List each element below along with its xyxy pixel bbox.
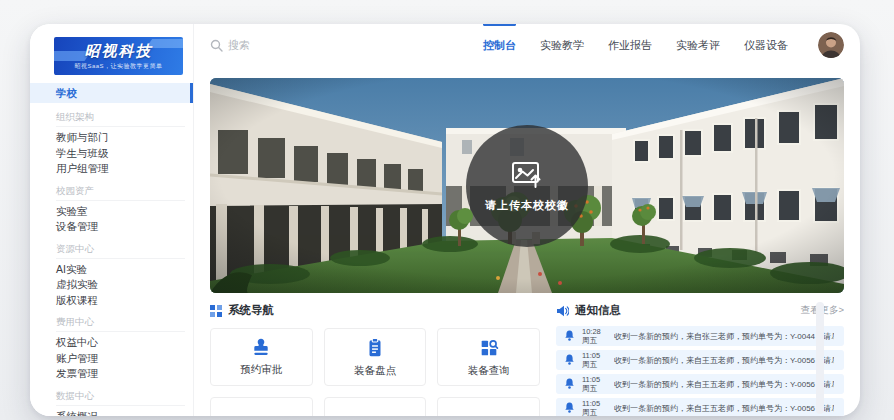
stamp-icon	[250, 337, 272, 358]
scrollbar-thumb[interactable]	[816, 302, 824, 414]
brand-title: 昭视科技	[85, 42, 153, 61]
bell-icon	[564, 378, 575, 390]
sidebar-section-cost-center: 费用中心	[30, 315, 193, 328]
bell-icon	[564, 354, 575, 366]
nav-cards-row2	[210, 397, 540, 416]
notice-time-day: 周五	[582, 336, 597, 345]
upload-school-badge-label: 请上传本校校徽	[485, 198, 569, 213]
card-label: 装备查询	[468, 364, 510, 378]
campus-banner: 请上传本校校徽	[210, 78, 844, 293]
tab-instrument-equipment[interactable]: 仪器设备	[744, 36, 788, 55]
divider	[56, 331, 185, 332]
sidebar-item-account-management[interactable]: 账户管理	[30, 351, 193, 367]
search-icon	[210, 39, 223, 52]
bottom-panels: 系统导航 预约审批	[210, 303, 844, 416]
card-label: 装备盘点	[354, 364, 396, 378]
notice-text: 收到一条新的预约，来自王五老师，预约单号为：Y-0056，请尽快处理。	[614, 403, 834, 414]
notification-item[interactable]: 10:28 周五 收到一条新的预约，来自张三老师，预约单号为：Y-0044，请尽…	[556, 326, 844, 346]
notice-text: 收到一条新的预约，来自王五老师，预约单号为：Y-0056，请尽快处理。	[614, 355, 834, 366]
sidebar-item-teachers-departments[interactable]: 教师与部门	[30, 130, 193, 146]
tab-homework-report[interactable]: 作业报告	[608, 36, 652, 55]
nav-card-partial[interactable]	[437, 397, 540, 416]
sidebar-item-virtual-experiment[interactable]: 虚拟实验	[30, 277, 193, 293]
sidebar-section-data-center: 数据中心	[30, 389, 193, 402]
sidebar: 昭视科技 昭视SaaS，让实验教学更简单 学校 组织架构 教师与部门 学生与班级…	[30, 24, 194, 416]
card-equipment-inventory[interactable]: 装备盘点	[324, 328, 427, 386]
search-input[interactable]	[228, 39, 408, 51]
notice-time: 11:05 周五	[582, 375, 610, 394]
notification-item[interactable]: 11:05 周五 收到一条新的预约，来自王五老师，预约单号为：Y-0056，请尽…	[556, 398, 844, 416]
notice-time-hour: 11:05	[582, 399, 600, 408]
avatar-image	[818, 32, 844, 58]
system-nav-header: 系统导航	[210, 303, 540, 318]
notice-text: 收到一条新的预约，来自张三老师，预约单号为：Y-0044，请尽快处理。	[614, 331, 834, 342]
brand-tagline: 昭视SaaS，让实验教学更简单	[74, 62, 162, 71]
chart-icon	[478, 415, 500, 416]
sidebar-item-rights-center[interactable]: 权益中心	[30, 335, 193, 351]
bell-icon	[364, 415, 386, 416]
sidebar-item-invoice-management[interactable]: 发票管理	[30, 366, 193, 382]
system-nav-panel: 系统导航 预约审批	[210, 303, 540, 416]
sidebar-item-user-groups[interactable]: 用户组管理	[30, 161, 193, 177]
main-area: 控制台 实验教学 作业报告 实验考评 仪器设备	[194, 24, 860, 416]
nav-card-partial[interactable]	[324, 397, 427, 416]
nav-cards-row1: 预约审批 装备盘点	[210, 328, 540, 386]
nav-card-partial[interactable]	[210, 397, 313, 416]
notice-time: 11:05 周五	[582, 399, 610, 416]
top-bar: 控制台 实验教学 作业报告 实验考评 仪器设备	[210, 24, 844, 66]
bell-icon	[564, 402, 575, 414]
sidebar-item-students-classes[interactable]: 学生与班级	[30, 146, 193, 162]
speaker-icon	[556, 305, 569, 317]
sidebar-section-campus-assets: 校园资产	[30, 184, 193, 197]
notice-header: 通知信息 查看更多>	[556, 303, 844, 318]
sidebar-item-laboratory[interactable]: 实验室	[30, 204, 193, 220]
divider	[56, 258, 185, 259]
notification-item[interactable]: 11:05 周五 收到一条新的预约，来自王五老师，预约单号为：Y-0056，请尽…	[556, 350, 844, 370]
sidebar-item-system-overview[interactable]: 系统概况	[30, 409, 193, 417]
tab-experiment-teaching[interactable]: 实验教学	[540, 36, 584, 55]
grid-search-icon	[478, 337, 500, 359]
notice-text: 收到一条新的预约，来自王五老师，预约单号为：Y-0056，请尽快处理。	[614, 379, 834, 390]
card-label: 预约审批	[240, 363, 282, 377]
sidebar-section-resource-center: 资源中心	[30, 242, 193, 255]
system-nav-title: 系统导航	[228, 303, 274, 318]
monitor-icon	[250, 415, 272, 416]
divider	[56, 126, 185, 127]
notice-time-day: 周五	[582, 384, 597, 393]
notice-time-hour: 11:05	[582, 351, 600, 360]
divider	[56, 405, 185, 406]
divider	[56, 200, 185, 201]
notification-item[interactable]: 11:05 周五 收到一条新的预约，来自王五老师，预约单号为：Y-0056，请尽…	[556, 374, 844, 394]
grid-icon	[210, 305, 222, 317]
sidebar-item-school[interactable]: 学校	[30, 83, 193, 103]
upload-school-badge-button[interactable]: 请上传本校校徽	[466, 125, 588, 247]
search-box[interactable]	[210, 39, 408, 52]
notice-time: 11:05 周五	[582, 351, 610, 370]
sidebar-section-organization: 组织架构	[30, 110, 193, 123]
notice-title: 通知信息	[575, 303, 621, 318]
card-equipment-query[interactable]: 装备查询	[437, 328, 540, 386]
card-appointment-approval[interactable]: 预约审批	[210, 328, 313, 386]
sidebar-item-ai-experiment[interactable]: AI实验	[30, 262, 193, 278]
notice-time: 10:28 周五	[582, 327, 610, 346]
notice-time-hour: 10:28	[582, 327, 601, 336]
app-window: 昭视科技 昭视SaaS，让实验教学更简单 学校 组织架构 教师与部门 学生与班级…	[30, 24, 860, 416]
sidebar-item-equipment-management[interactable]: 设备管理	[30, 219, 193, 235]
tab-experiment-evaluation[interactable]: 实验考评	[676, 36, 720, 55]
notice-time-hour: 11:05	[582, 375, 600, 384]
bell-icon	[564, 330, 575, 342]
notice-panel: 通知信息 查看更多> 10:28 周五 收到一条新的预约，来自张三老师，预约单	[556, 303, 844, 416]
notice-time-day: 周五	[582, 408, 597, 416]
brand-logo[interactable]: 昭视科技 昭视SaaS，让实验教学更简单	[54, 37, 183, 75]
sidebar-item-copyright-courses[interactable]: 版权课程	[30, 293, 193, 309]
notice-time-day: 周五	[582, 360, 597, 369]
upload-image-icon	[510, 159, 544, 189]
clipboard-icon	[364, 337, 386, 359]
nav-tabs: 控制台 实验教学 作业报告 实验考评 仪器设备	[483, 36, 788, 55]
notice-list: 10:28 周五 收到一条新的预约，来自张三老师，预约单号为：Y-0044，请尽…	[556, 326, 844, 416]
user-avatar[interactable]	[818, 32, 844, 58]
tab-console[interactable]: 控制台	[483, 36, 516, 55]
